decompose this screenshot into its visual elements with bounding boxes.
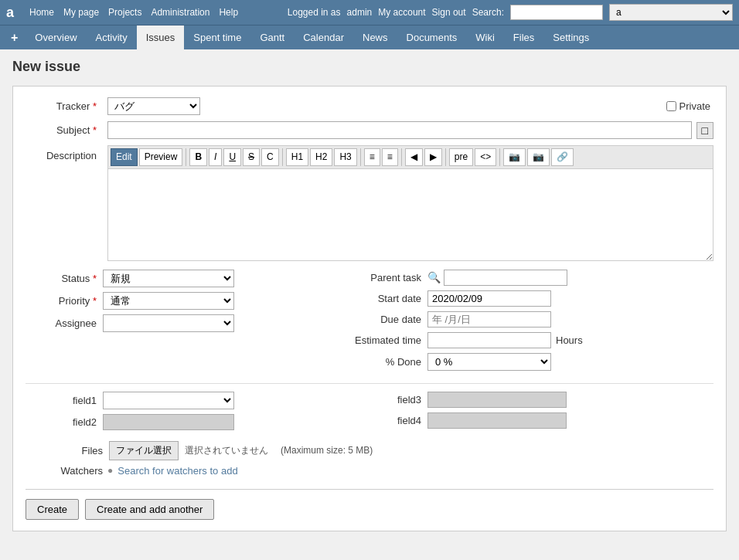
search-select[interactable]: a <box>609 4 733 21</box>
toolbar-link-btn[interactable]: 🔗 <box>551 148 574 166</box>
toolbar-ol-btn[interactable]: ≡ <box>382 148 398 166</box>
field1-label: field1 <box>26 395 103 406</box>
toolbar-edit-btn[interactable]: Edit <box>111 148 138 166</box>
toolbar-h2-btn[interactable]: H2 <box>310 148 332 166</box>
toolbar-italic-btn[interactable]: I <box>209 148 222 166</box>
logged-in-text: Logged in as <box>288 7 341 18</box>
tracker-select[interactable]: バグ機能サポート <box>107 97 200 115</box>
assignee-label: Assignee <box>26 317 103 329</box>
nav-spent-time[interactable]: Spent time <box>184 25 250 49</box>
field4-input[interactable] <box>427 412 567 429</box>
nav-activity[interactable]: Activity <box>87 25 137 49</box>
my-account-link[interactable]: My account <box>378 7 425 18</box>
nav-issues[interactable]: Issues <box>137 25 185 49</box>
nav-help[interactable]: Help <box>219 7 238 18</box>
field2-input[interactable] <box>103 414 234 430</box>
toolbar-code-btn[interactable]: C <box>261 148 279 166</box>
toolbar-separator-1 <box>186 148 186 166</box>
status-row: Status * 新規進行中解決済みフィードバック終了却下 <box>26 270 335 287</box>
files-label: Files <box>26 445 103 456</box>
field1-row: field1 <box>26 392 335 409</box>
assignee-row: Assignee <box>26 314 335 332</box>
nav-settings[interactable]: Settings <box>543 25 598 49</box>
nav-documents[interactable]: Documents <box>397 25 467 49</box>
watchers-label: Watchers <box>26 465 103 477</box>
parent-task-input[interactable] <box>444 270 567 286</box>
toolbar-img2-btn[interactable]: 📷 <box>527 148 550 166</box>
status-label: Status * <box>26 273 103 284</box>
search-input[interactable] <box>510 5 603 20</box>
subject-expand-button[interactable]: □ <box>696 122 713 139</box>
nav-home[interactable]: Home <box>29 7 54 18</box>
nav-mypage[interactable]: My page <box>63 7 99 18</box>
assignee-select[interactable] <box>103 314 234 332</box>
nav-administration[interactable]: Administration <box>151 7 209 18</box>
top-bar: a Home My page Projects Administration H… <box>0 0 739 25</box>
create-button[interactable]: Create <box>26 499 79 520</box>
priority-select[interactable]: 低め通常高め急いで今すぐ <box>103 292 234 310</box>
file-max-size: (Maximum size: 5 MB) <box>281 445 373 456</box>
description-label: Description <box>26 145 103 161</box>
start-date-input[interactable] <box>427 290 551 307</box>
username-link[interactable]: admin <box>347 7 373 18</box>
toolbar-align-right-btn[interactable]: ▶ <box>424 148 442 166</box>
parent-task-search-button[interactable]: 🔍 <box>427 271 441 283</box>
parent-task-row: Parent task 🔍 <box>335 270 713 286</box>
estimated-time-input[interactable] <box>427 332 551 348</box>
toolbar-preview-btn[interactable]: Preview <box>139 148 183 166</box>
toolbar-img1-btn[interactable]: 📷 <box>503 148 526 166</box>
start-date-label: Start date <box>335 293 427 304</box>
status-select[interactable]: 新規進行中解決済みフィードバック終了却下 <box>103 270 234 287</box>
private-checkbox[interactable] <box>666 101 676 111</box>
new-issue-form: Tracker * バグ機能サポート Private Subject * □ D… <box>12 86 727 531</box>
subject-label: Subject * <box>26 124 103 136</box>
signout-link[interactable]: Sign out <box>432 7 466 18</box>
subject-input[interactable] <box>107 121 692 139</box>
description-textarea[interactable] <box>107 168 713 261</box>
logo: a <box>6 5 14 21</box>
toolbar-h1-btn[interactable]: H1 <box>286 148 308 166</box>
toolbar-align-left-btn[interactable]: ◀ <box>405 148 423 166</box>
field1-select[interactable] <box>103 392 234 409</box>
field4-row: field4 <box>335 412 713 429</box>
files-row: Files ファイル選択 選択されていません (Maximum size: 5 … <box>26 441 713 460</box>
nav-overview[interactable]: Overview <box>26 25 86 49</box>
field3-input[interactable] <box>427 392 567 408</box>
toolbar-h3-btn[interactable]: H3 <box>334 148 356 166</box>
toolbar-separator-3 <box>360 148 361 166</box>
percent-done-label: % Done <box>335 356 427 368</box>
nav-plus-button[interactable]: + <box>3 27 26 49</box>
nav-wiki[interactable]: Wiki <box>466 25 504 49</box>
section-divider <box>26 383 713 384</box>
nav-gantt[interactable]: Gantt <box>250 25 294 49</box>
top-bar-left: a Home My page Projects Administration H… <box>6 5 238 21</box>
watchers-search-link[interactable]: Search for watchers to add <box>117 465 237 477</box>
content: New issue Tracker * バグ機能サポート Private Sub… <box>0 49 739 541</box>
nav-news[interactable]: News <box>353 25 397 49</box>
toolbar-separator-4 <box>401 148 402 166</box>
top-bar-right: Logged in as admin My account Sign out S… <box>288 4 733 21</box>
toolbar-pre-btn[interactable]: pre <box>449 148 473 166</box>
description-toolbar: Edit Preview B I U S C H1 H2 H3 ≡ ≡ <box>107 145 713 168</box>
nav-projects[interactable]: Projects <box>108 7 141 18</box>
file-choose-button[interactable]: ファイル選択 <box>109 441 179 460</box>
nav-files[interactable]: Files <box>504 25 543 49</box>
watchers-row: Watchers ● Search for watchers to add <box>26 465 713 477</box>
toolbar-separator-6 <box>499 148 500 166</box>
toolbar-code-inline-btn[interactable]: <> <box>475 148 496 166</box>
toolbar-bold-btn[interactable]: B <box>189 148 207 166</box>
field3-row: field3 <box>335 392 713 408</box>
action-bar: Create Create and add another <box>26 489 713 523</box>
toolbar-separator-5 <box>445 148 446 166</box>
percent-done-row: % Done 0 %10 %20 %30 %40 %50 %60 %70 %80… <box>335 353 713 371</box>
toolbar-strikethrough-btn[interactable]: S <box>243 148 260 166</box>
watchers-icon: ● <box>107 465 113 476</box>
toolbar-ul-btn[interactable]: ≡ <box>364 148 380 166</box>
toolbar-underline-btn[interactable]: U <box>223 148 241 166</box>
priority-row: Priority * 低め通常高め急いで今すぐ <box>26 292 335 310</box>
field2-row: field2 <box>26 414 335 430</box>
percent-done-select[interactable]: 0 %10 %20 %30 %40 %50 %60 %70 %80 %90 %1… <box>427 353 551 371</box>
nav-calendar[interactable]: Calendar <box>294 25 353 49</box>
create-add-another-button[interactable]: Create and add another <box>85 499 214 520</box>
due-date-input[interactable] <box>427 311 551 328</box>
